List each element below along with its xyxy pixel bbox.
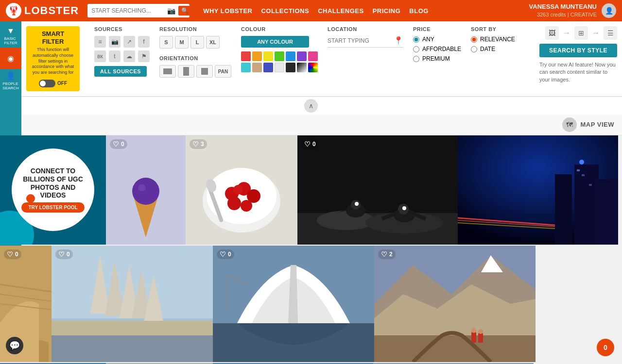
source-tumblr[interactable]: t (109, 50, 121, 62)
swatch-indigo[interactable] (263, 63, 273, 72)
swatch-transparent[interactable] (297, 63, 307, 72)
heart-badge-row2-4: ♡ 2 (378, 249, 396, 259)
swatch-multicolor[interactable] (308, 63, 318, 72)
sort-date[interactable]: DATE (471, 46, 515, 52)
orientation-label: ORIENTATION (159, 55, 231, 61)
location-label: LOCATION (328, 26, 403, 32)
collapse-button[interactable]: ∧ (304, 99, 318, 113)
map-view-icon[interactable]: 🗺 (562, 117, 577, 132)
camera-icon[interactable]: 📷 (167, 7, 175, 15)
avatar[interactable]: 👤 (602, 3, 616, 18)
swatch-orange[interactable] (252, 51, 262, 61)
toggle-track[interactable] (39, 80, 55, 87)
source-cloud[interactable]: ☁ (123, 50, 135, 62)
price-any[interactable]: ANY (413, 36, 461, 43)
smart-filter-title: SMART FILTER (31, 30, 75, 45)
grid-view-icon[interactable]: ⊞ (574, 26, 588, 40)
svg-point-36 (579, 160, 584, 165)
res-l[interactable]: L (190, 36, 204, 49)
promo-button[interactable]: TRY LOBSTER POOL (21, 202, 84, 213)
svg-point-59 (478, 329, 483, 334)
sort-relevance[interactable]: RELEVANCE (471, 36, 515, 43)
swatch-yellow[interactable] (263, 51, 273, 61)
sidebar-item-filter[interactable]: ▼ BASICFILTER (0, 25, 21, 47)
notification-badge[interactable]: 0 (597, 339, 614, 356)
orient-square[interactable] (196, 65, 213, 78)
price-label: PRICE (413, 26, 461, 32)
svg-point-6 (138, 184, 146, 191)
swatch-white[interactable] (275, 63, 284, 72)
source-share[interactable]: ↗ (123, 36, 135, 48)
logo[interactable]: 🦞 LOBSTER (6, 3, 79, 18)
chat-bubble[interactable]: 💬 (6, 337, 23, 354)
res-xl[interactable]: XL (206, 36, 220, 49)
svg-rect-34 (555, 174, 572, 245)
search-input[interactable] (91, 7, 164, 14)
svg-rect-46 (52, 333, 213, 362)
res-s[interactable]: S (159, 36, 173, 49)
user-credits: 3263 credits | CREATIVE (529, 11, 597, 18)
swatch-pink[interactable] (308, 51, 318, 61)
sidebar-item-people[interactable]: 👤 PEOPLESEARCH (0, 70, 21, 91)
all-sources-button[interactable]: ALL SOURCES (94, 66, 147, 77)
search-button[interactable]: 🔍 (178, 6, 191, 16)
sidebar-item-active[interactable]: ◉ (0, 48, 21, 69)
swatch-teal[interactable] (241, 63, 251, 72)
orient-landscape[interactable] (159, 65, 176, 78)
nav-why-lobster[interactable]: WHY LOBSTER (203, 7, 252, 15)
promo-circle: CONNECT TO BILLIONS OF UGC PHOTOS AND VI… (12, 149, 94, 231)
image-eagles[interactable]: ♡ 0 (297, 135, 458, 245)
toggle-knob (40, 81, 46, 86)
section-colour: COLOUR ANY COLOUR (241, 26, 318, 78)
image-icecream[interactable]: ♡ 0 (106, 135, 186, 245)
swatch-brown[interactable] (252, 63, 262, 72)
promo-cell: CONNECT TO BILLIONS OF UGC PHOTOS AND VI… (0, 135, 106, 245)
svg-point-9 (207, 168, 276, 224)
price-options: ANY AFFORDABLE PREMIUM (413, 36, 461, 62)
collapse-row: ∧ (0, 97, 622, 115)
image-mountain[interactable]: ♡ 2 (374, 246, 536, 362)
swatch-black[interactable] (286, 63, 295, 72)
swatch-purple[interactable] (297, 51, 307, 61)
svg-rect-2 (201, 68, 208, 75)
heart-badge-row2-2: ♡ 0 (55, 249, 73, 259)
image-city-night[interactable] (458, 135, 618, 245)
image-berries[interactable]: ♡ 3 (186, 135, 297, 245)
chat-icon: 💬 (9, 340, 20, 351)
image-arch-opera[interactable]: ♡ 0 (213, 246, 374, 362)
source-instagram[interactable]: 📷 (109, 36, 121, 48)
source-menu[interactable]: ≡ (94, 36, 106, 48)
orient-pan[interactable]: PAN (215, 65, 231, 78)
svg-rect-37 (577, 169, 580, 171)
location-input[interactable] (328, 37, 391, 44)
swatch-red[interactable] (241, 51, 251, 61)
swatch-blue[interactable] (286, 51, 295, 61)
nav-blog[interactable]: BLOG (409, 7, 429, 15)
price-premium[interactable]: PREMIUM (413, 55, 461, 62)
notif-count: 0 (604, 344, 607, 351)
svg-rect-47 (52, 321, 213, 335)
nav-pricing[interactable]: PRICING (373, 7, 401, 15)
heart-badge-2: ♡ 3 (190, 139, 207, 149)
source-facebook[interactable]: f (138, 36, 150, 48)
heart-badge-row2-3: ♡ 0 (217, 249, 234, 259)
source-flag[interactable]: ⚑ (138, 50, 150, 62)
orient-portrait[interactable] (178, 65, 194, 78)
nav-collections[interactable]: COLLECTIONS (261, 7, 309, 15)
logo-icon: 🦞 (6, 3, 21, 18)
swatch-green[interactable] (275, 51, 284, 61)
nav-challenges[interactable]: CHALLENGES (318, 7, 364, 15)
price-affordable[interactable]: AFFORDABLE (413, 46, 461, 52)
search-by-style-button[interactable]: SEARCH BY STYLE (539, 44, 617, 57)
image-view-icon[interactable]: 🖼 (545, 26, 559, 40)
location-input-wrap: 📍 (328, 36, 403, 48)
list-view-icon[interactable]: ☰ (604, 26, 617, 40)
toggle-switch[interactable]: OFF (31, 80, 75, 87)
svg-point-13 (227, 197, 241, 210)
res-m[interactable]: M (175, 36, 189, 49)
active-icon: ◉ (7, 54, 14, 63)
image-arch-valencia1[interactable]: ♡ 0 (52, 246, 213, 362)
source-vk[interactable]: вк (94, 50, 106, 62)
any-colour-button[interactable]: ANY COLOUR (241, 36, 309, 48)
svg-rect-55 (374, 335, 536, 362)
